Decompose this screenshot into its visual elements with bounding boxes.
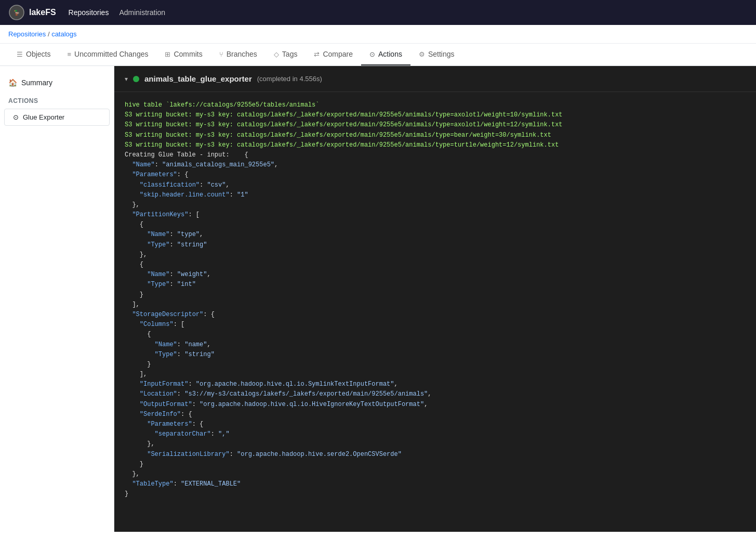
breadcrumb-catalogs[interactable]: catalogs [51, 30, 76, 38]
top-navigation: 🦆 lakeFS Repositories Administration [0, 0, 756, 25]
nav-administration[interactable]: Administration [119, 8, 165, 17]
logo-icon: 🦆 [8, 4, 25, 21]
chevron-down-icon: ▾ [125, 75, 128, 83]
svg-text:🦆: 🦆 [14, 9, 20, 16]
tab-actions[interactable]: ⊙ Actions [361, 44, 410, 66]
settings-icon: ⚙ [419, 50, 425, 58]
action-name: animals_table_glue_exporter [144, 74, 252, 83]
logo-text: lakeFS [29, 8, 56, 17]
sidebar-actions-label: Actions [0, 91, 114, 107]
breadcrumb-repositories[interactable]: Repositories [8, 30, 46, 38]
content-area: ▾ animals_table_glue_exporter (completed… [114, 66, 756, 532]
breadcrumb: Repositories / catalogs [0, 25, 756, 44]
top-nav-links: Repositories Administration [69, 8, 166, 17]
code-output: hive table `lakefs://catalogs/9255e5/tab… [114, 92, 756, 508]
commits-icon: ⊞ [165, 50, 170, 58]
objects-icon: ☰ [17, 50, 23, 58]
tab-objects[interactable]: ☰ Objects [8, 44, 59, 66]
tab-commits[interactable]: ⊞ Commits [156, 44, 210, 66]
sidebar-item-glue-exporter[interactable]: ⊙ Glue Exporter [4, 109, 110, 126]
nav-repositories[interactable]: Repositories [69, 8, 109, 17]
glue-exporter-icon: ⊙ [13, 113, 19, 121]
compare-icon: ⇄ [314, 50, 320, 58]
sidebar: 🏠 Summary Actions ⊙ Glue Exporter [0, 66, 114, 532]
tab-bar: ☰ Objects ≡ Uncommitted Changes ⊞ Commit… [0, 44, 756, 66]
actions-icon: ⊙ [369, 50, 375, 58]
home-icon: 🏠 [8, 78, 17, 87]
action-duration: (completed in 4.556s) [257, 75, 322, 83]
main-layout: 🏠 Summary Actions ⊙ Glue Exporter ▾ anim… [0, 66, 756, 532]
tab-compare[interactable]: ⇄ Compare [306, 44, 361, 66]
logo: 🦆 lakeFS [8, 4, 56, 21]
action-header: ▾ animals_table_glue_exporter (completed… [114, 66, 756, 92]
tab-settings[interactable]: ⚙ Settings [410, 44, 463, 66]
tab-uncommitted-changes[interactable]: ≡ Uncommitted Changes [59, 44, 156, 66]
branches-icon: ⑂ [219, 50, 223, 58]
status-success-dot [133, 76, 139, 82]
tab-tags[interactable]: ◇ Tags [266, 44, 306, 66]
tags-icon: ◇ [274, 50, 279, 58]
uncommitted-icon: ≡ [67, 50, 71, 58]
tab-branches[interactable]: ⑂ Branches [211, 44, 266, 66]
sidebar-summary[interactable]: 🏠 Summary [0, 74, 114, 91]
